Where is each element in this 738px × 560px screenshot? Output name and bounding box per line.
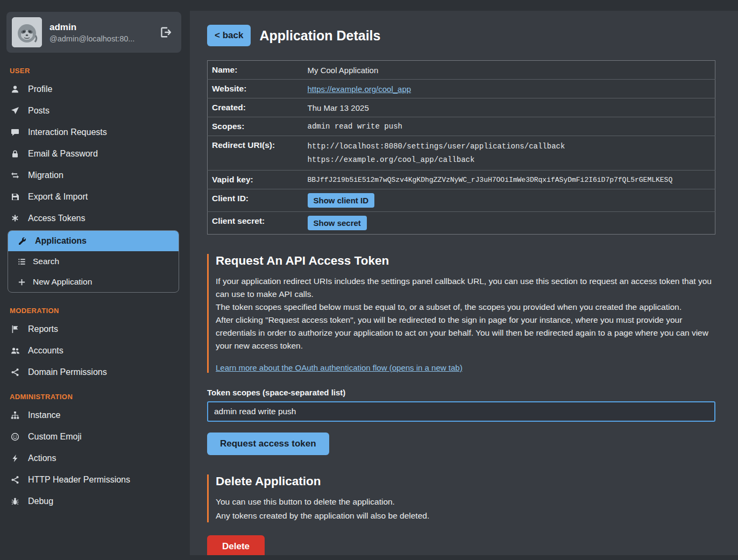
token-scopes-label: Token scopes (space-separated list) [207,388,715,397]
sidebar-item-label: Search [33,257,59,266]
delete-line: Any tokens created by the application wi… [216,509,715,522]
sidebar-item-label: Migration [28,171,63,180]
sidebar-item-label: Email & Password [28,149,98,159]
sloth-avatar-image [12,17,42,47]
arrows-left-right-icon [10,171,20,180]
delete-line: You can use this button to delete the ap… [216,495,715,508]
lock-icon [10,150,20,158]
back-button[interactable]: < back [207,25,251,46]
sidebar-item-label: Reports [28,324,58,334]
row-label: Website: [208,80,308,98]
sidebar-item-new-application[interactable]: New Application [8,272,179,292]
user-meta: admin @admin@localhost:80... [49,22,134,43]
delete-button[interactable]: Delete [207,535,265,555]
avatar [12,17,42,47]
redirect-uri-1: http://localhost:8080/settings/user/appl… [308,140,711,153]
user-handle: @admin@localhost:80... [49,34,134,43]
table-row-scopes: Scopes: admin read write push [208,117,715,136]
table-row-vapid-key: Vapid key: BBJffJ219b5iE512m7wQSzv4KgKDh… [208,171,715,189]
sidebar-item-interaction-requests[interactable]: Interaction Requests [0,122,186,143]
users-icon [10,346,20,355]
screwdriver-wrench-icon [17,237,27,245]
table-row-client-id: Client ID: Show client ID [208,189,715,212]
row-value: admin read write push [308,117,715,136]
row-label: Name: [208,61,308,80]
logout-button[interactable] [158,24,174,40]
request-token-heading: Request An API Access Token [216,254,715,268]
applications-group: Applications Search New Application [8,230,179,293]
sidebar-item-posts[interactable]: Posts [0,100,186,122]
row-value: Thu Mar 13 2025 [308,98,715,117]
show-client-id-button[interactable]: Show client ID [308,193,375,208]
sidebar-item-label: Instance [28,410,60,420]
request-token-paragraph: If your application redirect URIs includ… [216,275,715,301]
main-panel: < back Application Details Name: My Cool… [190,11,738,555]
sidebar-item-actions[interactable]: Actions [0,448,186,469]
sidebar-section-moderation: MODERATION [0,297,186,318]
paper-plane-icon [10,107,20,115]
delete-heading: Delete Application [216,474,715,488]
table-row-created: Created: Thu Mar 13 2025 [208,98,715,117]
table-row-redirect-uris: Redirect URI(s): http://localhost:8080/s… [208,136,715,171]
sidebar-item-custom-emoji[interactable]: Custom Emoji [0,426,186,448]
sidebar-section-administration: ADMINISTRATION [0,383,186,405]
sidebar-item-domain-permissions[interactable]: Domain Permissions [0,361,186,383]
bug-icon [10,497,20,506]
sidebar-item-label: HTTP Header Permissions [28,475,130,485]
table-row-name: Name: My Cool Application [208,61,715,80]
page-title: Application Details [259,28,380,44]
user-name: admin [49,22,134,33]
sidebar-item-label: Export & Import [28,192,88,202]
token-scopes-input[interactable] [207,401,715,422]
sidebar-item-applications[interactable]: Applications [8,231,179,251]
sidebar-item-accounts[interactable]: Accounts [0,340,186,361]
request-token-section: Request An API Access Token If your appl… [207,254,715,373]
sidebar-item-label: New Application [33,277,92,287]
row-label: Scopes: [208,117,308,136]
sidebar-item-label: Access Tokens [28,214,85,223]
row-value: BBJffJ219b5iE512m7wQSzv4KgKDhgZZVzNyWC_r… [308,171,715,189]
sidebar-item-reports[interactable]: Reports [0,318,186,340]
show-secret-button[interactable]: Show secret [308,216,367,230]
redirect-uri-2: https://example.org/cool_app/callback [308,153,711,167]
sidebar-item-label: Actions [28,453,56,463]
sidebar-item-migration[interactable]: Migration [0,165,186,186]
row-label: Client ID: [208,189,308,212]
settings-app: admin @admin@localhost:80... USER Profil… [0,0,738,560]
row-label: Vapid key: [208,171,308,189]
delete-application-section: Delete Application You can use this butt… [207,474,715,522]
floppy-icon [10,193,20,201]
sidebar-item-label: Posts [28,106,49,116]
sidebar-item-label: Domain Permissions [28,367,107,377]
sidebar-item-applications-search[interactable]: Search [8,251,179,272]
website-link[interactable]: https://example.org/cool_app [308,84,411,94]
flag-icon [10,325,20,334]
face-smile-icon [10,433,20,441]
bolt-icon [10,454,20,463]
sidebar-item-email-password[interactable]: Email & Password [0,143,186,165]
list-icon [17,258,26,266]
sidebar-item-label: Applications [35,236,87,246]
oauth-docs-link[interactable]: Learn more about the OAuth authenticatio… [216,363,463,372]
share-nodes-icon [10,476,20,484]
sidebar-item-export-import[interactable]: Export & Import [0,186,186,208]
sign-out-icon [160,26,172,38]
sidebar-item-label: Debug [28,497,53,506]
sidebar-item-instance[interactable]: Instance [0,405,186,426]
table-row-client-secret: Client secret: Show secret [208,212,715,235]
sidebar-item-access-tokens[interactable]: Access Tokens [0,208,186,229]
sidebar-item-label: Profile [28,84,52,94]
sidebar-item-label: Accounts [28,346,63,356]
comment-icon [10,128,20,137]
sidebar: admin @admin@localhost:80... USER Profil… [0,0,186,560]
row-label: Redirect URI(s): [208,136,308,171]
sidebar-item-profile[interactable]: Profile [0,79,186,100]
user-icon [10,85,20,94]
token-scopes-form: Token scopes (space-separated list) Requ… [207,388,715,455]
request-access-token-button[interactable]: Request access token [207,433,329,455]
sidebar-item-http-header-permissions[interactable]: HTTP Header Permissions [0,469,186,491]
sidebar-section-user: USER [0,57,186,79]
asterisk-icon [10,214,20,223]
request-token-paragraph: The token scopes specified below must be… [216,301,715,314]
sidebar-item-debug[interactable]: Debug [0,491,186,512]
